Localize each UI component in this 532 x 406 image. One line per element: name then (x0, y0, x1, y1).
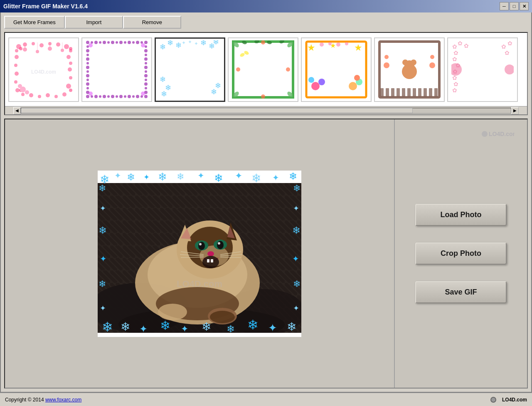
svg-point-144 (328, 42, 332, 45)
svg-text:LO4D.com: LO4D.com (177, 279, 222, 289)
svg-point-47 (103, 41, 106, 44)
svg-text:❄: ❄ (175, 41, 182, 50)
svg-point-52 (124, 41, 126, 44)
preview-panel: LO4D.com ❄ ✦ ❄ ✦ ❄ ❄ ✦ ❄ ✦ ❄ ✦ (5, 119, 394, 388)
svg-point-82 (86, 82, 89, 86)
svg-point-126 (236, 67, 240, 72)
frame-gallery: LO4D.com (5, 33, 527, 106)
minimize-button[interactable]: ─ (500, 2, 509, 10)
svg-line-213 (220, 257, 241, 257)
app-title: Glitter Frame GIF Maker V1.6.4 (3, 3, 88, 10)
svg-point-20 (21, 93, 25, 96)
copyright-text: Copyright © 2014 (5, 397, 44, 403)
svg-text:✿: ✿ (505, 50, 510, 56)
svg-point-140 (349, 82, 357, 90)
svg-point-7 (56, 42, 60, 47)
title-bar-title: Glitter Frame GIF Maker V1.6.4 (3, 3, 88, 10)
close-button[interactable]: ✕ (520, 2, 529, 10)
svg-text:✿: ✿ (464, 42, 469, 49)
svg-point-18 (38, 95, 41, 98)
load-photo-button[interactable]: Load Photo (415, 204, 507, 226)
frame-item-pink-floral[interactable]: LO4D.com (8, 37, 79, 102)
svg-text:❄: ❄ (213, 40, 219, 46)
svg-point-31 (23, 47, 27, 52)
svg-point-58 (86, 95, 89, 98)
svg-point-2 (15, 49, 18, 52)
svg-rect-116 (232, 40, 294, 99)
svg-point-97 (89, 43, 93, 47)
svg-point-91 (145, 70, 147, 73)
scrollbar-track[interactable] (21, 108, 511, 114)
svg-point-100 (141, 92, 145, 96)
svg-point-51 (119, 41, 123, 44)
svg-point-5 (39, 43, 44, 47)
svg-point-54 (132, 41, 135, 44)
svg-point-204 (207, 251, 214, 256)
svg-point-138 (318, 79, 325, 85)
svg-point-25 (15, 55, 19, 59)
toolbar: Get More Frames Import Remove (4, 16, 528, 29)
svg-point-202 (199, 243, 202, 245)
right-panel: LO4D.com Load Photo Crop Photo Save GIF (394, 119, 527, 388)
save-gif-button[interactable]: Save GIF (415, 281, 507, 303)
svg-point-218 (158, 304, 187, 320)
svg-point-12 (68, 67, 72, 72)
svg-text:✿: ✿ (453, 81, 458, 87)
svg-text:✿: ✿ (452, 56, 457, 62)
svg-point-40 (25, 90, 29, 94)
svg-text:❄: ❄ (160, 75, 166, 84)
svg-point-72 (144, 95, 148, 98)
svg-rect-154 (407, 88, 411, 97)
svg-point-45 (94, 41, 98, 44)
svg-point-27 (69, 47, 72, 50)
svg-point-165 (429, 62, 435, 68)
svg-rect-207 (211, 259, 213, 262)
svg-point-95 (145, 87, 147, 89)
svg-point-222 (482, 131, 488, 137)
frame-item-snowflake[interactable]: ❄ ❄ ❄ ❄ ❄ ❄ ❄ ❄ ❄ ❄ ❄ ✦✦✦ (155, 37, 225, 102)
frame-item-purple-dots[interactable] (81, 37, 152, 102)
maximize-button[interactable]: □ (510, 2, 519, 10)
svg-point-87 (145, 54, 147, 56)
crop-photo-button[interactable]: Crop Photo (415, 243, 507, 265)
svg-rect-152 (397, 88, 400, 97)
svg-point-37 (61, 49, 64, 52)
svg-point-99 (89, 92, 93, 96)
svg-point-70 (136, 95, 139, 98)
svg-point-50 (116, 41, 118, 44)
svg-point-81 (86, 79, 89, 81)
import-button[interactable]: Import (65, 16, 123, 29)
frame-gallery-container: LO4D.com (4, 32, 528, 115)
svg-point-79 (86, 70, 89, 73)
remove-button[interactable]: Remove (123, 16, 181, 29)
svg-point-61 (99, 95, 101, 98)
svg-point-77 (86, 62, 89, 64)
svg-text:★: ★ (354, 42, 362, 53)
svg-text:❄: ❄ (160, 43, 166, 51)
scrollbar-thumb[interactable] (21, 108, 413, 113)
lo4d-logo: LO4D.com (490, 396, 527, 404)
svg-text:❄: ❄ (200, 40, 207, 47)
svg-text:✦: ✦ (194, 41, 198, 47)
svg-point-146 (345, 42, 348, 45)
frame-item-green-vine[interactable] (228, 37, 298, 102)
title-bar: Glitter Frame GIF Maker V1.6.4 ─ □ ✕ (0, 0, 532, 12)
svg-point-80 (86, 74, 89, 77)
frame-item-garden[interactable] (374, 37, 445, 102)
svg-text:✿: ✿ (453, 50, 458, 56)
scroll-left-button[interactable]: ◀ (13, 107, 21, 114)
svg-point-167 (430, 55, 434, 59)
svg-point-89 (145, 62, 147, 64)
svg-rect-151 (391, 88, 394, 97)
svg-text:✿: ✿ (452, 43, 457, 50)
website-link[interactable]: www.foxarc.com (45, 397, 81, 403)
get-more-frames-button[interactable]: Get More Frames (4, 16, 65, 29)
svg-point-93 (145, 79, 147, 81)
scroll-right-button[interactable]: ▶ (511, 107, 519, 114)
svg-point-43 (86, 41, 89, 44)
status-bar: Copyright © 2014 www.foxarc.com LO4D.com (0, 393, 532, 406)
svg-point-63 (107, 95, 110, 98)
frame-item-star-balloon[interactable]: ★ ★ ★ (301, 37, 372, 102)
main-window: Get More Frames Import Remove (0, 12, 532, 393)
frame-item-pink-sparkle[interactable]: ✿✿ ✿✿ ✿✿ ✿✿ ✿✿ ✿✿ ✿ (447, 37, 518, 102)
